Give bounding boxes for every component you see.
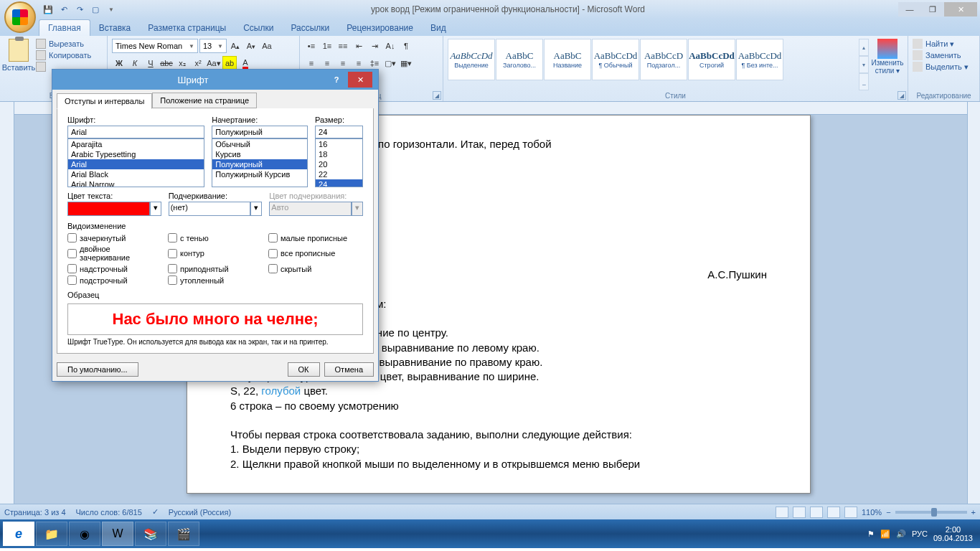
effect-все прописные[interactable]: все прописные bbox=[268, 245, 363, 262]
proofing-icon[interactable]: ✓ bbox=[152, 507, 159, 517]
close-button[interactable]: ✕ bbox=[944, 2, 977, 17]
undo-icon[interactable]: ↶ bbox=[57, 3, 70, 16]
effect-двойное зачеркивание[interactable]: двойное зачеркивание bbox=[67, 245, 162, 262]
shrink-font-button[interactable]: A▾ bbox=[244, 39, 258, 53]
paragraph-launcher[interactable]: ◢ bbox=[433, 91, 441, 100]
view-draft[interactable] bbox=[844, 507, 857, 518]
taskbar-ie[interactable]: e bbox=[3, 522, 34, 546]
show-marks-button[interactable]: ¶ bbox=[399, 39, 413, 53]
styles-down[interactable]: ▾ bbox=[859, 56, 869, 73]
text-color-combo[interactable]: ▾ bbox=[67, 202, 161, 216]
default-button[interactable]: По умолчанию... bbox=[57, 362, 138, 377]
cut-button[interactable]: Вырезать bbox=[36, 39, 91, 49]
numbering-button[interactable]: 1≡ bbox=[320, 39, 334, 53]
bullets-button[interactable]: •≡ bbox=[304, 39, 319, 53]
tab-insert[interactable]: Вставка bbox=[90, 20, 140, 36]
tray-network-icon[interactable]: 📶 bbox=[880, 529, 890, 539]
bold-button[interactable]: Ж bbox=[112, 56, 126, 70]
style-item[interactable]: AaBbCcDd¶ Без инте... bbox=[736, 39, 783, 80]
new-doc-icon[interactable]: ▢ bbox=[89, 3, 102, 16]
multilevel-button[interactable]: ≡≡ bbox=[336, 39, 350, 53]
align-right-button[interactable]: ≡ bbox=[336, 56, 350, 70]
sort-button[interactable]: A↓ bbox=[383, 39, 397, 53]
status-words[interactable]: Число слов: 6/815 bbox=[76, 508, 142, 517]
size-list[interactable]: 1618202224 bbox=[315, 138, 363, 187]
zoom-out[interactable]: − bbox=[886, 508, 890, 517]
style-item[interactable]: AaBbCcDdСтрогий bbox=[688, 39, 735, 80]
cancel-button[interactable]: Отмена bbox=[324, 362, 374, 377]
view-full-screen[interactable] bbox=[793, 507, 806, 518]
tray-clock[interactable]: 2:00 09.04.2013 bbox=[933, 525, 977, 542]
style-field-input[interactable] bbox=[212, 126, 308, 138]
change-case-button[interactable]: Aa▾ bbox=[207, 56, 221, 70]
effect-зачеркнутый[interactable]: зачеркнутый bbox=[67, 233, 162, 242]
taskbar-word[interactable]: W bbox=[102, 522, 133, 546]
style-item[interactable]: AaBbCНазвание bbox=[544, 39, 591, 80]
font-name-combo[interactable]: Times New Roman▼ bbox=[112, 39, 198, 53]
align-center-button[interactable]: ≡ bbox=[320, 56, 334, 70]
zoom-slider[interactable] bbox=[895, 511, 967, 514]
taskbar-app[interactable]: 🎬 bbox=[168, 522, 199, 546]
strike-button[interactable]: abc bbox=[159, 56, 174, 70]
style-item[interactable]: AaBbCcDd¶ Обычный bbox=[592, 39, 639, 80]
clear-formatting-button[interactable]: Aa bbox=[260, 39, 274, 53]
view-outline[interactable] bbox=[827, 507, 840, 518]
grow-font-button[interactable]: A▴ bbox=[228, 39, 242, 53]
effect-подстрочный[interactable]: подстрочный bbox=[67, 276, 162, 285]
zoom-level[interactable]: 110% bbox=[862, 508, 882, 517]
styles-launcher[interactable]: ◢ bbox=[897, 91, 906, 100]
ok-button[interactable]: ОК bbox=[288, 362, 320, 377]
italic-button[interactable]: К bbox=[128, 56, 142, 70]
dialog-tab-indents[interactable]: Отступы и интервалы bbox=[57, 93, 152, 109]
tab-page-layout[interactable]: Разметка страницы bbox=[139, 20, 235, 36]
styles-more[interactable]: ⎯ bbox=[859, 73, 869, 90]
dialog-close-button[interactable]: ✕ bbox=[348, 72, 372, 88]
replace-button[interactable]: Заменить bbox=[913, 50, 969, 60]
effect-скрытый[interactable]: скрытый bbox=[268, 264, 363, 273]
line-spacing-button[interactable]: ‡≡ bbox=[367, 56, 382, 70]
justify-button[interactable]: ≡ bbox=[352, 56, 366, 70]
style-item[interactable]: AaBbCcDПодзагол... bbox=[640, 39, 687, 80]
underline-style-combo[interactable]: (нет)▾ bbox=[169, 202, 263, 216]
effect-утопленный[interactable]: утопленный bbox=[168, 276, 263, 285]
borders-button[interactable]: ▦▾ bbox=[399, 56, 413, 70]
redo-icon[interactable]: ↷ bbox=[73, 3, 86, 16]
tray-volume-icon[interactable]: 🔊 bbox=[896, 529, 906, 539]
tab-references[interactable]: Ссылки bbox=[235, 20, 282, 36]
font-list[interactable]: AparajitaArabic TypesettingArialArial Bl… bbox=[67, 138, 204, 187]
change-styles-button[interactable]: Изменить стили ▾ bbox=[872, 39, 903, 90]
effect-приподнятый[interactable]: приподнятый bbox=[168, 264, 263, 273]
style-item[interactable]: AaBbCЗаголово... bbox=[496, 39, 543, 80]
save-icon[interactable]: 💾 bbox=[42, 3, 55, 16]
tab-mailings[interactable]: Рассылки bbox=[282, 20, 338, 36]
dialog-titlebar[interactable]: Шрифт ? ✕ bbox=[52, 70, 378, 90]
view-web[interactable] bbox=[810, 507, 823, 518]
tab-view[interactable]: Вид bbox=[422, 20, 455, 36]
find-button[interactable]: Найти ▾ bbox=[913, 39, 969, 49]
view-print-layout[interactable] bbox=[776, 507, 788, 518]
size-field-input[interactable] bbox=[315, 126, 363, 138]
effect-контур[interactable]: контур bbox=[168, 245, 263, 262]
select-button[interactable]: Выделить ▾ bbox=[913, 62, 969, 72]
style-item[interactable]: AaBbCcDdВыделение bbox=[448, 39, 495, 80]
maximize-button[interactable]: ❐ bbox=[921, 2, 944, 17]
align-left-button[interactable]: ≡ bbox=[304, 56, 319, 70]
vertical-scrollbar[interactable] bbox=[967, 102, 980, 504]
taskbar-winrar[interactable]: 📚 bbox=[135, 522, 166, 546]
zoom-in[interactable]: + bbox=[971, 508, 976, 517]
taskbar-chrome[interactable]: ◉ bbox=[69, 522, 100, 546]
font-field-input[interactable] bbox=[67, 126, 204, 138]
styles-up[interactable]: ▴ bbox=[859, 39, 869, 56]
taskbar-explorer[interactable]: 📁 bbox=[36, 522, 67, 546]
paste-button[interactable]: Вставить bbox=[4, 39, 33, 90]
highlight-button[interactable]: ab bbox=[222, 56, 237, 70]
minimize-button[interactable]: — bbox=[898, 2, 921, 17]
subscript-button[interactable]: x₂ bbox=[175, 56, 189, 70]
styles-gallery[interactable]: AaBbCcDdВыделениеAaBbCЗаголово...AaBbCНа… bbox=[448, 39, 859, 90]
tab-review[interactable]: Рецензирование bbox=[338, 20, 422, 36]
office-button[interactable] bbox=[4, 1, 36, 33]
qat-dropdown-icon[interactable]: ▼ bbox=[105, 3, 118, 16]
font-size-combo[interactable]: 13▼ bbox=[199, 39, 227, 53]
tray-flag-icon[interactable]: ⚑ bbox=[867, 529, 875, 539]
dialog-tab-position[interactable]: Положение на странице bbox=[152, 93, 257, 108]
